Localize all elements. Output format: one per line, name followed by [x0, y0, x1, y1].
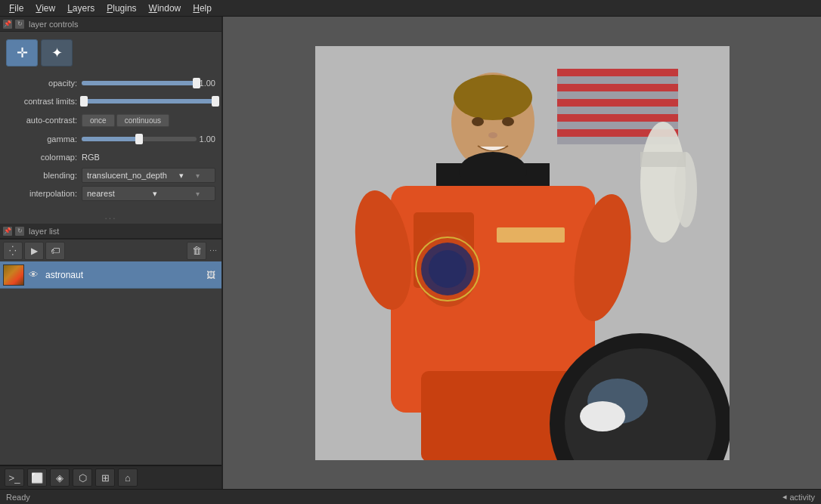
- blending-dropdown-arrow: ▾: [179, 171, 184, 181]
- controls-body: ✛ ✦ opacity: 1.00 contrast limits:: [0, 32, 222, 209]
- bottom-toolbar: >_ ⬜ ◈ ⬡ ⊞ ⌂: [0, 465, 222, 489]
- svg-rect-4: [557, 99, 678, 107]
- layer-type-icon: 🖼: [203, 267, 218, 283]
- pin-icon[interactable]: 📌: [3, 20, 12, 29]
- activity-arrow: ◂: [782, 492, 787, 502]
- main-area: 📌 ↻ layer controls ✛ ✦ opacity:: [0, 17, 821, 489]
- auto-contrast-label: auto-contrast:: [6, 116, 82, 125]
- interpolation-dropdown-container: nearest ▾: [82, 186, 215, 201]
- layer-toolbar: ⁛ ▶ 🏷 🗑 ⋮: [0, 239, 222, 261]
- layer-list-pin-icon[interactable]: 📌: [3, 227, 12, 236]
- layer-visibility-toggle[interactable]: 👁: [26, 267, 41, 283]
- interpolation-label: interpolation:: [6, 189, 82, 198]
- layer-more-btn[interactable]: ⋮: [208, 242, 218, 260]
- opacity-slider[interactable]: [82, 81, 197, 85]
- blending-row: blending: translucent_no_depth ▾: [3, 168, 218, 183]
- console-btn[interactable]: >_: [5, 468, 24, 487]
- colormap-row: colormap: RGB: [3, 150, 218, 165]
- svg-rect-5: [557, 114, 678, 122]
- blending-value: translucent_no_depth: [87, 171, 167, 180]
- layer-controls-section: 📌 ↻ layer controls ✛ ✦ opacity:: [0, 17, 222, 224]
- svg-rect-2: [557, 69, 678, 76]
- grid-btn[interactable]: ⊞: [95, 468, 115, 487]
- svg-point-11: [454, 75, 532, 120]
- layer-item-astronaut[interactable]: 👁 astronaut 🖼: [0, 261, 222, 289]
- menu-file[interactable]: File: [3, 2, 29, 15]
- gamma-slider[interactable]: [82, 137, 197, 141]
- interpolation-row: interpolation: nearest ▾: [3, 186, 218, 201]
- layer-list-header-icons: 📌 ↻: [3, 227, 24, 236]
- layer-thumbnail: [3, 264, 24, 286]
- layer-controls-label: layer controls: [29, 20, 78, 29]
- colormap-label: colormap:: [6, 153, 82, 162]
- layer-list-section: 📌 ↻ layer list ⁛ ▶ 🏷 🗑 ⋮ 👁 astr: [0, 224, 222, 465]
- new-points-btn[interactable]: ⁛: [3, 242, 23, 260]
- activity-button[interactable]: ◂ activity: [782, 492, 815, 502]
- contrast-label: contrast limits:: [6, 97, 82, 106]
- svg-point-13: [502, 117, 514, 126]
- svg-point-22: [429, 250, 466, 288]
- layer-controls-header: 📌 ↻ layer controls: [0, 17, 222, 32]
- statusbar: Ready ◂ activity: [0, 489, 821, 504]
- menu-window[interactable]: Window: [143, 2, 187, 15]
- delete-layer-btn[interactable]: 🗑: [187, 242, 206, 260]
- status-ready: Ready: [6, 493, 30, 502]
- layer-list-header: 📌 ↻ layer list: [0, 224, 222, 239]
- canvas-area[interactable]: [223, 17, 821, 489]
- new-shape-btn[interactable]: ▶: [24, 242, 44, 260]
- opacity-label: opacity:: [6, 79, 82, 88]
- layer-name: astronaut: [42, 270, 203, 280]
- auto-contrast-once-btn[interactable]: once: [82, 114, 115, 127]
- colormap-value: RGB: [82, 153, 100, 162]
- home-btn[interactable]: ⌂: [118, 468, 138, 487]
- auto-contrast-row: auto-contrast: once continuous: [3, 112, 218, 128]
- svg-rect-23: [497, 227, 565, 243]
- gamma-value: 1.00: [200, 135, 215, 144]
- opacity-row: opacity: 1.00: [3, 76, 218, 91]
- svg-rect-9: [640, 152, 686, 167]
- activity-label: activity: [789, 493, 815, 502]
- dots-separator: ...: [0, 209, 222, 224]
- transform-row: ✛ ✦: [3, 36, 218, 70]
- layer-list-refresh-icon[interactable]: ↻: [15, 227, 24, 236]
- layer-list-label: layer list: [29, 227, 59, 236]
- gamma-label: gamma:: [6, 135, 82, 144]
- menubar: File View Layers Plugins Window Help: [0, 0, 821, 17]
- image-canvas: [315, 46, 730, 460]
- blending-label: blending:: [6, 171, 82, 180]
- menu-layers[interactable]: Layers: [61, 2, 101, 15]
- something-btn[interactable]: ⬡: [73, 468, 92, 487]
- move-transform-btn[interactable]: ✛: [6, 39, 38, 66]
- interpolation-dropdown-arrow: ▾: [153, 189, 157, 199]
- interpolation-dropdown[interactable]: nearest ▾: [82, 186, 215, 201]
- svg-point-30: [580, 401, 625, 431]
- blending-dropdown[interactable]: translucent_no_depth ▾: [82, 168, 215, 183]
- left-panel: 📌 ↻ layer controls ✛ ✦ opacity:: [0, 17, 223, 489]
- astronaut-svg: [315, 46, 730, 460]
- opacity-value: 1.00: [200, 79, 215, 88]
- new-label-btn[interactable]: 🏷: [45, 242, 65, 260]
- svg-rect-3: [557, 84, 678, 91]
- gamma-row: gamma: 1.00: [3, 131, 218, 147]
- auto-contrast-continuous-btn[interactable]: continuous: [116, 114, 169, 127]
- blending-dropdown-container: translucent_no_depth ▾: [82, 168, 215, 183]
- header-icons: 📌 ↻: [3, 20, 24, 29]
- contrast-row: contrast limits:: [3, 94, 218, 109]
- preferences-btn[interactable]: ⬜: [27, 468, 47, 487]
- refresh-icon[interactable]: ↻: [15, 20, 24, 29]
- menu-help[interactable]: Help: [187, 2, 218, 15]
- interpolation-value: nearest: [87, 189, 115, 198]
- contrast-slider[interactable]: [82, 99, 215, 104]
- auto-contrast-buttons: once continuous: [82, 114, 169, 127]
- plugin-manager-btn[interactable]: ◈: [50, 468, 70, 487]
- svg-point-12: [472, 117, 484, 126]
- svg-point-16: [459, 152, 527, 190]
- ndim-transform-btn[interactable]: ✦: [41, 39, 73, 66]
- menu-plugins[interactable]: Plugins: [101, 2, 142, 15]
- svg-point-14: [488, 132, 497, 138]
- menu-view[interactable]: View: [29, 2, 61, 15]
